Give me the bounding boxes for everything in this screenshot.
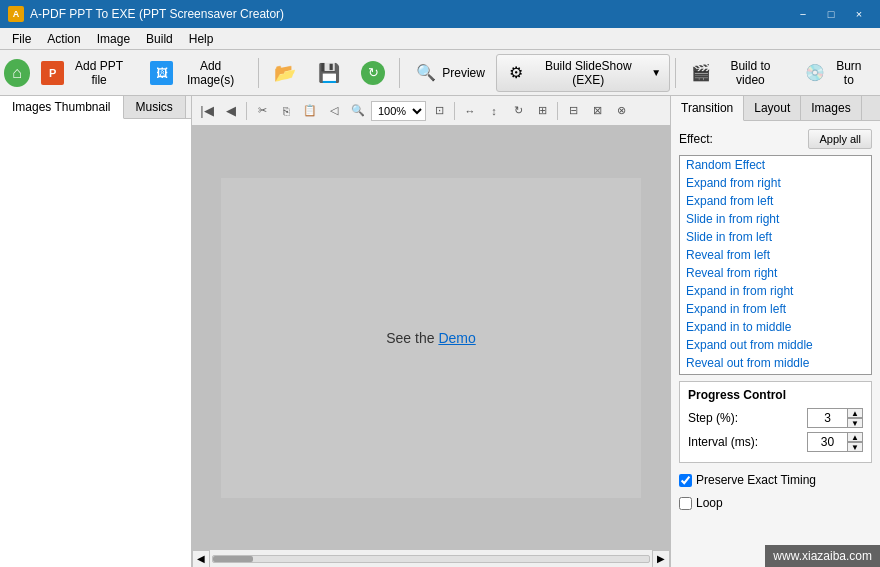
- effects-list[interactable]: Random Effect Expand from right Expand f…: [679, 155, 872, 375]
- menu-file[interactable]: File: [4, 30, 39, 48]
- maximize-button[interactable]: □: [818, 4, 844, 24]
- zoom-select[interactable]: 100% 50% 75% 125% 150% 200%: [371, 101, 426, 121]
- effect-reveal-in-sides[interactable]: Reveal in from sides: [680, 372, 871, 375]
- scroll-track[interactable]: [212, 555, 650, 563]
- effect-expand-in-middle[interactable]: Expand in to middle: [680, 318, 871, 336]
- effect-label: Effect:: [679, 132, 713, 146]
- close-button[interactable]: ×: [846, 4, 872, 24]
- build-button[interactable]: ⚙ Build SlideShow (EXE) ▼: [496, 54, 670, 92]
- interval-down-button[interactable]: ▼: [847, 442, 863, 452]
- step-label: Step (%):: [688, 411, 807, 425]
- sep1: [258, 58, 259, 88]
- tab-transition[interactable]: Transition: [671, 96, 744, 121]
- step-spinner: ▲ ▼: [807, 408, 863, 428]
- home-icon[interactable]: ⌂: [4, 59, 30, 87]
- sep3: [675, 58, 676, 88]
- effect-expand-out-middle[interactable]: Expand out from middle: [680, 336, 871, 354]
- effect-reveal-out-middle[interactable]: Reveal out from middle: [680, 354, 871, 372]
- open-icon: 📂: [273, 61, 297, 85]
- effect-reveal-right[interactable]: Reveal from right: [680, 264, 871, 282]
- paste-button[interactable]: 📋: [299, 100, 321, 122]
- zoom-in-button[interactable]: 🔍: [347, 100, 369, 122]
- center-panel: |◀ ◀ ✂ ⎘ 📋 ◁ 🔍 100% 50% 75% 125% 150% 20…: [192, 96, 670, 567]
- progress-control: Progress Control Step (%): ▲ ▼ Interval …: [679, 381, 872, 463]
- effect-random[interactable]: Random Effect: [680, 156, 871, 174]
- apply-all-button[interactable]: Apply all: [808, 129, 872, 149]
- interval-spin-buttons: ▲ ▼: [847, 432, 863, 452]
- move-left-button[interactable]: ◁: [323, 100, 345, 122]
- preserve-timing-label: Preserve Exact Timing: [696, 473, 816, 487]
- effect-expand-in-right[interactable]: Expand in from right: [680, 282, 871, 300]
- demo-link[interactable]: Demo: [438, 330, 475, 346]
- burn-button[interactable]: 💿 Burn to: [795, 54, 876, 92]
- build-dropdown-icon[interactable]: ▼: [651, 67, 661, 78]
- fit-width-button[interactable]: ↔: [459, 100, 481, 122]
- tab-images-thumbnail[interactable]: Images Thumbnail: [0, 96, 124, 119]
- burn-label: Burn to: [831, 59, 867, 87]
- cut-button[interactable]: ✂: [251, 100, 273, 122]
- interval-row: Interval (ms): ▲ ▼: [688, 432, 863, 452]
- interval-input[interactable]: [807, 432, 847, 452]
- mirror-button[interactable]: ⊠: [586, 100, 608, 122]
- interval-label: Interval (ms):: [688, 435, 807, 449]
- interval-spinner: ▲ ▼: [807, 432, 863, 452]
- menu-image[interactable]: Image: [89, 30, 138, 48]
- watermark: www.xiazaiba.com: [765, 545, 880, 567]
- main-area: Images Thumbnail Musics |◀ ◀ ✂ ⎘ 📋 ◁ 🔍 1…: [0, 96, 880, 567]
- effect-slide-left[interactable]: Slide in from left: [680, 228, 871, 246]
- window-title: A-PDF PPT To EXE (PPT Screensaver Creato…: [30, 7, 284, 21]
- save-button[interactable]: 💾: [308, 56, 350, 90]
- rotate-cw-button[interactable]: ↻: [507, 100, 529, 122]
- preview-button[interactable]: 🔍 Preview: [405, 56, 494, 90]
- sep2: [399, 58, 400, 88]
- loop-checkbox[interactable]: [679, 497, 692, 510]
- view-toolbar: |◀ ◀ ✂ ⎘ 📋 ◁ 🔍 100% 50% 75% 125% 150% 20…: [192, 96, 670, 126]
- fit-height-button[interactable]: ↕: [483, 100, 505, 122]
- step-up-button[interactable]: ▲: [847, 408, 863, 418]
- add-ppt-button[interactable]: P Add PPT file: [32, 54, 139, 92]
- build-icon: ⚙: [505, 61, 527, 85]
- loop-label: Loop: [696, 496, 723, 510]
- step-down-button[interactable]: ▼: [847, 418, 863, 428]
- scroll-right-button[interactable]: ▶: [652, 550, 670, 568]
- right-tabs: Transition Layout Images: [671, 96, 880, 121]
- nav-first-button[interactable]: |◀: [196, 100, 218, 122]
- scroll-thumb: [213, 556, 253, 562]
- minimize-button[interactable]: −: [790, 4, 816, 24]
- build-video-button[interactable]: 🎬 Build to video: [681, 54, 793, 92]
- tab-musics[interactable]: Musics: [124, 96, 186, 118]
- vt-sep3: [557, 102, 558, 120]
- step-input[interactable]: [807, 408, 847, 428]
- add-image-button[interactable]: 🖼 Add Image(s): [141, 54, 253, 92]
- titlebar: A A-PDF PPT To EXE (PPT Screensaver Crea…: [0, 0, 880, 28]
- menu-build[interactable]: Build: [138, 30, 181, 48]
- menu-action[interactable]: Action: [39, 30, 88, 48]
- effect-expand-right[interactable]: Expand from right: [680, 174, 871, 192]
- zoom-fit-button[interactable]: ⊡: [428, 100, 450, 122]
- effect-slide-right[interactable]: Slide in from right: [680, 210, 871, 228]
- effect-expand-left[interactable]: Expand from left: [680, 192, 871, 210]
- interval-up-button[interactable]: ▲: [847, 432, 863, 442]
- add-image-icon: 🖼: [150, 61, 173, 85]
- tab-images[interactable]: Images: [801, 96, 861, 120]
- nav-prev-button[interactable]: ◀: [220, 100, 242, 122]
- tab-layout[interactable]: Layout: [744, 96, 801, 120]
- copy-button[interactable]: ⎘: [275, 100, 297, 122]
- preserve-timing-checkbox[interactable]: [679, 474, 692, 487]
- add-ppt-label: Add PPT file: [68, 59, 130, 87]
- progress-title: Progress Control: [688, 388, 863, 402]
- effect-reveal-left[interactable]: Reveal from left: [680, 246, 871, 264]
- scroll-left-button[interactable]: ◀: [192, 550, 210, 568]
- flip-button[interactable]: ⊟: [562, 100, 584, 122]
- transform-button[interactable]: ⊗: [610, 100, 632, 122]
- vt-sep2: [454, 102, 455, 120]
- open-button[interactable]: 📂: [264, 56, 306, 90]
- save-icon: 💾: [317, 61, 341, 85]
- toolbar: ⌂ P Add PPT file 🖼 Add Image(s) 📂 💾 ↻ 🔍 …: [0, 50, 880, 96]
- build-video-icon: 🎬: [690, 61, 713, 85]
- crop-button[interactable]: ⊞: [531, 100, 553, 122]
- refresh-button[interactable]: ↻: [352, 56, 394, 90]
- effect-expand-in-left[interactable]: Expand in from left: [680, 300, 871, 318]
- menu-help[interactable]: Help: [181, 30, 222, 48]
- loop-row: Loop: [679, 496, 872, 510]
